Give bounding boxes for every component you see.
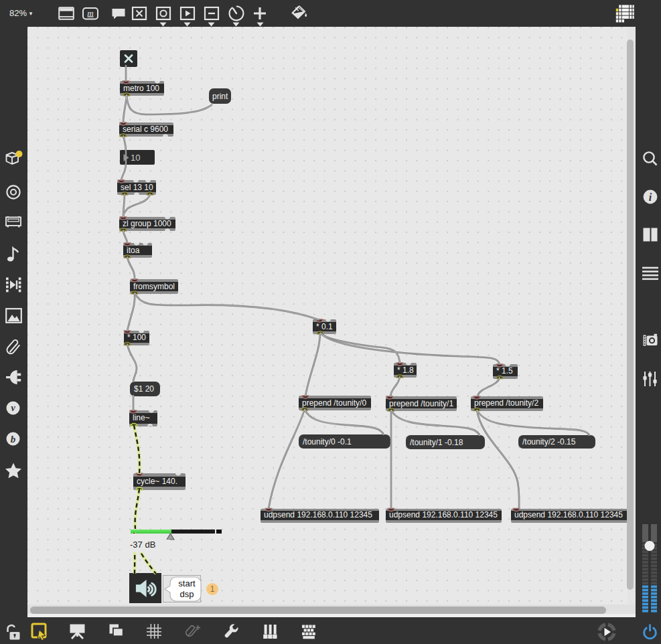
svg-text:v: v [11,403,15,413]
svg-text:b: b [11,434,16,445]
svg-text:dsp: dsp [180,589,194,599]
svg-text:i: i [649,191,652,203]
svg-text:start: start [178,578,196,588]
